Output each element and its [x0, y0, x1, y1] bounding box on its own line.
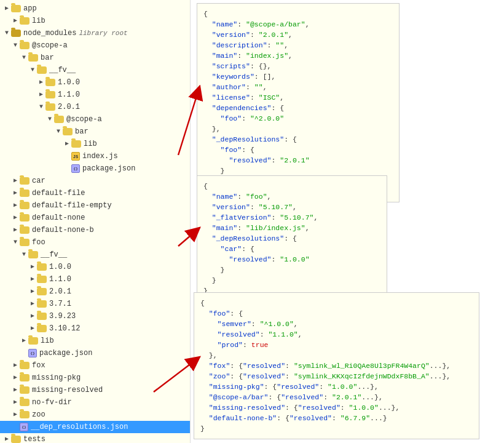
tree-arrow: [11, 360, 20, 371]
tree-item-package.json1[interactable]: {}package.json: [0, 162, 190, 175]
json-preview-panel3: { "foo": { "semver": "^1.0.0", "resolved…: [194, 292, 479, 439]
tree-arrow: [11, 200, 20, 211]
tree-item-label: __fv__: [49, 65, 76, 76]
tree-item-label: tests: [23, 434, 45, 443]
folder-icon: [20, 42, 30, 49]
tree-item-label: default-file-empty: [32, 200, 112, 211]
tree-item-tests[interactable]: tests: [0, 433, 190, 443]
tree-arrow: [2, 434, 11, 443]
tree-item-label: index.js: [82, 151, 118, 162]
json-file-icon: {}: [28, 349, 37, 357]
tree-item-label: node_modules: [23, 28, 76, 39]
tree-item-label: 2.0.1: [58, 102, 80, 113]
json-file-icon: {}: [20, 423, 28, 431]
tree-item-missing-resolved[interactable]: missing-resolved: [0, 384, 190, 396]
tree-item-zoo[interactable]: zoo: [0, 409, 190, 421]
tree-arrow: [28, 65, 37, 76]
tree-item-label: lib: [32, 15, 45, 26]
tree-item-label: __dep_resolutions.json: [31, 421, 128, 433]
tree-item-lib2[interactable]: lib: [0, 138, 190, 150]
folder-icon: [37, 66, 47, 74]
tree-arrow: [11, 40, 20, 51]
folder-icon: [54, 116, 64, 123]
tree-item-car[interactable]: car: [0, 175, 190, 187]
folder-icon: [20, 399, 30, 406]
tree-item-1.0.0a[interactable]: 1.0.0: [0, 76, 190, 89]
folder-icon: [37, 300, 47, 308]
tree-item-3.10.12[interactable]: 3.10.12: [0, 322, 190, 335]
tree-item-lib[interactable]: lib: [0, 15, 190, 27]
folder-icon: [20, 226, 30, 234]
folder-icon: [71, 140, 81, 148]
tree-item-2.0.1a[interactable]: 2.0.1: [0, 101, 190, 113]
tree-arrow: [11, 397, 20, 408]
tree-arrow: [11, 15, 20, 26]
tree-item-3.9.23[interactable]: 3.9.23: [0, 310, 190, 322]
tree-item-label: car: [32, 175, 45, 186]
tree-arrow: [11, 188, 20, 199]
tree-item-dep_resolutions[interactable]: {}__dep_resolutions.json: [0, 421, 190, 433]
tree-item-foo[interactable]: foo: [0, 236, 190, 249]
tree-item-package.json2[interactable]: {}package.json: [0, 347, 190, 359]
tree-item-2.0.1b[interactable]: 2.0.1: [0, 285, 190, 298]
tree-arrow: [37, 89, 45, 100]
tree-item-index.js[interactable]: JSindex.js: [0, 150, 190, 162]
tree-item-default-file-empty[interactable]: default-file-empty: [0, 199, 190, 212]
tree-item-label: default-none: [32, 212, 85, 223]
tree-arrow: [20, 52, 28, 63]
tree-arrow: [20, 335, 28, 346]
json-preview-panel1: { "name": "@scope-a/bar", "version": "2.…: [197, 3, 400, 202]
tree-item-node_modules[interactable]: node_modules library root: [0, 27, 190, 39]
json-preview-panel2: { "name": "foo", "version": "5.10.7", "_…: [197, 175, 387, 301]
folder-icon: [28, 54, 38, 62]
tree-item-no-fv-dir[interactable]: no-fv-dir: [0, 396, 190, 409]
tree-item-bar2[interactable]: bar: [0, 126, 190, 138]
folder-icon: [20, 362, 30, 369]
tree-item-default-file[interactable]: default-file: [0, 187, 190, 199]
tree-item-label: 1.0.0: [58, 77, 80, 88]
tree-item-1.1.0b[interactable]: 1.1.0: [0, 273, 190, 285]
tree-item-fox[interactable]: fox: [0, 359, 190, 372]
tree-arrow: [28, 274, 37, 285]
tree-item-label: @scope-a: [32, 40, 68, 51]
tree-arrow: [28, 286, 37, 297]
folder-icon: [11, 5, 21, 12]
tree-item-label: bar: [41, 52, 54, 63]
folder-icon: [20, 386, 30, 394]
folder-icon: [20, 190, 30, 197]
folder-icon: [45, 79, 55, 86]
file-tree[interactable]: applibnode_modules library root@scope-ab…: [0, 0, 191, 443]
tree-item-default-none[interactable]: default-none: [0, 212, 190, 224]
tree-item-label: package.json: [39, 348, 92, 359]
tree-item-default-none-b[interactable]: default-none-b: [0, 224, 190, 236]
tree-arrow: [28, 323, 37, 334]
tree-item-label: fox: [32, 360, 45, 371]
tree-item-label: lib: [84, 138, 97, 150]
folder-icon: [20, 17, 30, 25]
tree-item-scope-a[interactable]: @scope-a: [0, 39, 190, 52]
tree-arrow: [11, 225, 20, 236]
folder-icon: [20, 177, 30, 185]
tree-arrow: [28, 311, 37, 322]
folder-icon: [37, 288, 47, 295]
folder-icon: [20, 374, 30, 381]
tree-item-bar[interactable]: bar: [0, 52, 190, 64]
tree-item-label: 1.1.0: [58, 89, 80, 100]
library-root-label: library root: [79, 28, 127, 39]
tree-arrow: [11, 385, 20, 396]
tree-arrow: [11, 175, 20, 186]
tree-item-1.0.0b[interactable]: 1.0.0: [0, 261, 190, 273]
tree-item-__fv__[interactable]: __fv__: [0, 64, 190, 76]
tree-item-missing-pkg[interactable]: missing-pkg: [0, 372, 190, 384]
tree-item-3.7.1[interactable]: 3.7.1: [0, 298, 190, 310]
tree-item-1.1.0a[interactable]: 1.1.0: [0, 89, 190, 101]
tree-item-app[interactable]: app: [0, 2, 190, 15]
tree-item-__fv__2[interactable]: __fv__: [0, 249, 190, 261]
tree-item-label: 3.7.1: [49, 298, 71, 309]
tree-item-label: bar: [75, 126, 89, 137]
tree-item-lib3[interactable]: lib: [0, 335, 190, 347]
folder-icon: [45, 91, 55, 98]
tree-item-scope-a2[interactable]: @scope-a: [0, 113, 190, 126]
tree-item-label: missing-pkg: [32, 372, 81, 383]
folder-icon: [63, 128, 73, 135]
